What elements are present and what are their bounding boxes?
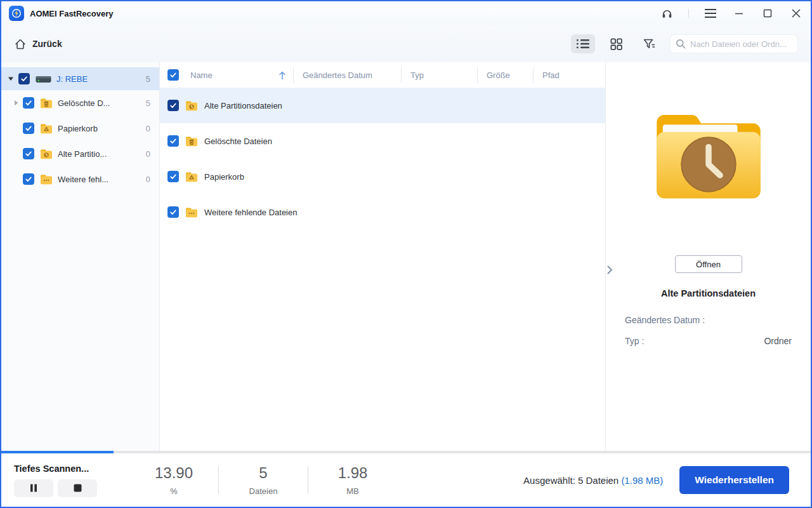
drive-icon <box>36 74 51 84</box>
panel-collapse-chevron-icon[interactable] <box>607 265 613 274</box>
sort-ascending-icon <box>278 70 287 80</box>
minimize-button[interactable] <box>732 6 746 20</box>
sidebar-item-label: Alte Partitio... <box>58 149 107 159</box>
sidebar-item-label: J: REBE <box>56 74 88 84</box>
app-title: AOMEI FastRecovery <box>30 9 114 18</box>
folder-trash-icon <box>185 136 198 147</box>
checkbox[interactable] <box>18 73 30 84</box>
sidebar-item-label: Weitere fehl... <box>58 175 108 184</box>
file-name: Weitere fehlende Dateien <box>204 208 297 217</box>
field-label: Typ : <box>625 336 644 346</box>
recover-button[interactable]: Wiederherstellen <box>679 466 789 494</box>
sidebar-item-label: Gelöschte D... <box>58 98 110 108</box>
back-button[interactable]: Zurück <box>14 38 62 50</box>
stat-size: 1.98 MB <box>308 464 397 496</box>
header-checkbox[interactable] <box>167 69 179 81</box>
stat-percent: 13.90 % <box>129 464 218 496</box>
file-row-recycle-bin[interactable]: Papierkorb <box>160 159 605 194</box>
column-divider <box>293 67 294 83</box>
filter-icon[interactable] <box>637 34 661 53</box>
scan-status-block: Tiefes Scannen... <box>14 464 129 497</box>
details-panel: Öffnen Alte Partitionsdateien Geändertes… <box>605 62 811 451</box>
file-row-other-missing[interactable]: Weitere fehlende Dateien <box>160 194 605 230</box>
stat-files: 5 Dateien <box>219 464 308 496</box>
folder-clock-icon <box>40 149 53 159</box>
checkbox[interactable] <box>23 173 34 185</box>
details-fields: Geändertes Datum : Typ : Ordner <box>606 315 811 346</box>
stat-unit: % <box>129 486 218 496</box>
item-count: 0 <box>146 124 150 133</box>
column-divider <box>477 67 478 83</box>
stat-unit: Dateien <box>219 486 308 496</box>
grid-view-toggle[interactable] <box>604 34 628 53</box>
selection-summary: Ausgewählt: 5 Dateien (1.98 MB) <box>523 475 663 486</box>
home-icon <box>14 38 27 50</box>
selection-summary-text: Ausgewählt: 5 Dateien <box>523 475 619 486</box>
sidebar-item-deleted-files[interactable]: Gelöschte D... 5 <box>1 90 159 116</box>
checkbox[interactable] <box>167 206 179 218</box>
column-header-modified-date[interactable]: Geändertes Datum <box>293 62 401 88</box>
column-divider <box>401 67 402 83</box>
toolbar: Zurück <box>1 25 811 62</box>
folder-dots-icon <box>40 174 53 185</box>
big-folder-clock-icon <box>648 102 769 202</box>
stop-scan-button[interactable] <box>58 479 97 497</box>
details-title: Alte Partitionsdateien <box>661 288 756 298</box>
column-header-size[interactable]: Größe <box>477 62 533 88</box>
column-header-name[interactable]: Name <box>160 62 293 88</box>
column-label: Typ <box>410 70 424 80</box>
column-label: Pfad <box>542 70 560 80</box>
sidebar-item-drive[interactable]: J: REBE 5 <box>1 67 159 90</box>
selection-summary-size: (1.98 MB) <box>621 475 663 486</box>
column-divider <box>533 67 534 83</box>
search-icon <box>676 39 686 49</box>
footer-bar: Tiefes Scannen... 13.90 % 5 Dateien 1.98… <box>1 453 811 507</box>
app-logo-icon <box>9 6 24 21</box>
field-modified-date: Geändertes Datum : <box>625 315 792 325</box>
close-button[interactable] <box>789 6 803 20</box>
open-button[interactable]: Öffnen <box>675 255 742 273</box>
file-list: Name Geändertes Datum Typ Größe Pfad <box>160 62 605 451</box>
folder-trash-icon <box>40 98 53 109</box>
item-count: 5 <box>146 74 150 84</box>
titlebar-separator <box>688 9 689 18</box>
file-row-old-partition[interactable]: Alte Partitionsdateien <box>160 88 605 123</box>
item-count: 0 <box>146 149 150 159</box>
field-label: Geändertes Datum : <box>625 315 705 325</box>
checkbox[interactable] <box>23 97 34 109</box>
checkbox[interactable] <box>23 148 34 159</box>
sidebar-item-old-partition[interactable]: Alte Partitio... 0 <box>1 141 159 166</box>
sidebar-tree: J: REBE 5 Gelöschte D... 5 Papie <box>1 62 160 451</box>
sidebar-item-other-missing[interactable]: Weitere fehl... 0 <box>1 166 159 192</box>
main-content: J: REBE 5 Gelöschte D... 5 Papie <box>1 62 811 451</box>
search-box <box>670 34 798 53</box>
checkbox[interactable] <box>167 100 179 111</box>
caret-collapsed-icon[interactable] <box>14 100 23 106</box>
item-count: 0 <box>146 175 150 184</box>
stat-value: 1.98 <box>308 464 397 482</box>
field-type: Typ : Ordner <box>625 336 792 346</box>
file-name: Alte Partitionsdateien <box>204 101 282 110</box>
checkbox[interactable] <box>167 171 179 182</box>
stat-value: 5 <box>219 464 308 482</box>
folder-dots-icon <box>185 207 198 218</box>
column-header-path[interactable]: Pfad <box>533 62 605 88</box>
support-headset-icon[interactable] <box>660 6 674 20</box>
pause-scan-button[interactable] <box>14 479 53 497</box>
file-row-deleted-files[interactable]: Gelöschte Dateien <box>160 123 605 159</box>
checkbox[interactable] <box>167 135 179 147</box>
list-header: Name Geändertes Datum Typ Größe Pfad <box>160 62 605 88</box>
checkbox[interactable] <box>23 123 34 134</box>
maximize-button[interactable] <box>761 6 775 20</box>
scan-stats: 13.90 % 5 Dateien 1.98 MB <box>129 464 397 496</box>
caret-expanded-icon[interactable] <box>8 76 18 81</box>
sidebar-item-recycle-bin[interactable]: Papierkorb 0 <box>1 116 159 141</box>
list-view-toggle[interactable] <box>571 34 595 53</box>
column-header-type[interactable]: Typ <box>401 62 477 88</box>
scan-status-text: Tiefes Scannen... <box>14 464 129 474</box>
sidebar-item-label: Papierkorb <box>58 124 98 133</box>
folder-recycle-icon <box>185 171 198 182</box>
menu-hamburger-icon[interactable] <box>704 6 717 20</box>
search-input[interactable] <box>670 34 798 53</box>
titlebar: AOMEI FastRecovery <box>1 1 811 25</box>
